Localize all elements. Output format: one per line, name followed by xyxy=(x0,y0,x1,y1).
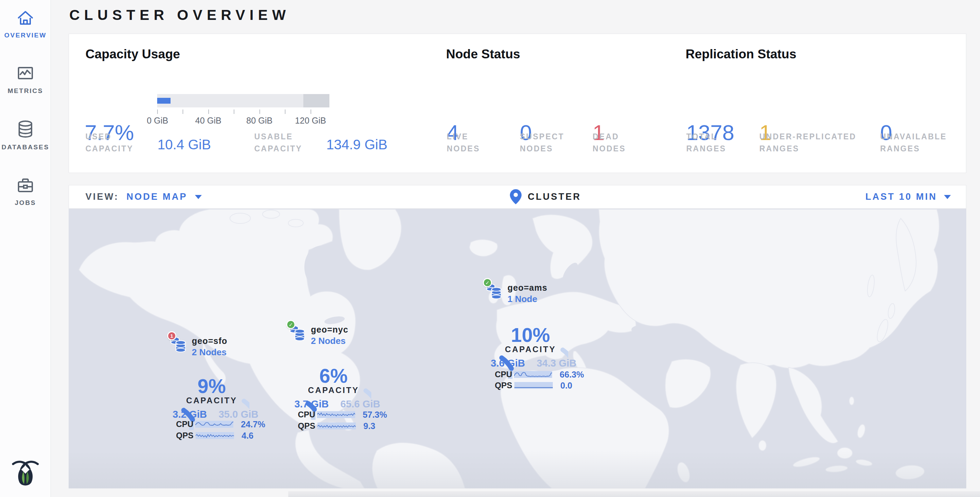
qps-stat-row: QPS 9.3 xyxy=(298,422,387,430)
qps-sparkline xyxy=(514,382,553,389)
node-map[interactable]: 1 geo=sfo 2 Nodes 9% CAPACITY 3.2 GiB xyxy=(68,209,966,488)
axis-tick-label: 0 GiB xyxy=(137,116,178,126)
suspect-nodes-label: SUSPECT NODES xyxy=(520,131,565,155)
axis-tick xyxy=(285,110,285,114)
capacity-percent: 6% xyxy=(296,366,371,386)
qps-stat-row: QPS 4.6 xyxy=(176,431,265,440)
sidebar-item-label: DATABASES xyxy=(0,143,51,151)
capacity-values: 3.7 GiB 65.6 GiB xyxy=(294,398,380,410)
unavailable-ranges-label: UNAVAILABLE RANGES xyxy=(880,131,947,155)
cpu-sparkline xyxy=(195,421,233,428)
qps-sparkline xyxy=(196,432,234,439)
locality-name: geo=ams xyxy=(508,283,547,293)
dead-node-badge: 1 xyxy=(167,331,177,341)
page-title: CLUSTER OVERVIEW xyxy=(69,7,290,23)
node-status-title: Node Status xyxy=(446,47,520,61)
sidebar-item-databases[interactable]: DATABASES xyxy=(0,119,51,151)
axis-tick xyxy=(234,110,234,114)
home-icon xyxy=(16,9,35,27)
chevron-down-icon[interactable] xyxy=(195,195,202,199)
view-mode-dropdown[interactable]: NODE MAP xyxy=(127,191,188,202)
qps-sparkline xyxy=(317,422,356,429)
sidebar-item-overview[interactable]: OVERVIEW xyxy=(0,9,51,39)
locality-node-count[interactable]: 1 Node xyxy=(508,294,537,304)
sidebar-item-jobs[interactable]: JOBS xyxy=(0,177,51,207)
cpu-stat-row: CPU 57.3% xyxy=(298,410,387,419)
time-range-dropdown[interactable]: LAST 10 MIN xyxy=(865,191,951,202)
live-nodes-label: LIVE NODES xyxy=(447,131,480,155)
cpu-stat-row: CPU 24.7% xyxy=(176,420,265,429)
sidebar-item-metrics[interactable]: METRICS xyxy=(0,65,51,95)
used-capacity-label: USED CAPACITY xyxy=(86,131,134,155)
qps-stat-row: QPS 0.0 xyxy=(495,381,584,390)
axis-tick xyxy=(208,110,209,114)
sidebar: OVERVIEW METRICS DATABASES xyxy=(0,0,51,497)
capacity-percent: 10% xyxy=(493,325,568,345)
databases-icon xyxy=(16,119,35,139)
breadcrumb-cluster: CLUSTER xyxy=(528,191,581,202)
total-ranges-label: TOTAL RANGES xyxy=(686,131,726,155)
view-bar: VIEW: NODE MAP CLUSTER LAST 10 MIN xyxy=(68,185,966,209)
cockroachdb-logo xyxy=(8,459,43,488)
cpu-stat-row: CPU 66.3% xyxy=(495,370,584,379)
dead-nodes-label: DEAD NODES xyxy=(593,131,626,155)
axis-tick-label: 120 GiB xyxy=(290,116,331,126)
axis-tick-label: 80 GiB xyxy=(239,116,280,126)
location-pin-icon xyxy=(510,189,522,205)
cluster-summary-card: Capacity Usage 7.7% 0 GiB 40 GiB 80 GiB … xyxy=(68,33,966,173)
chevron-down-icon xyxy=(944,195,951,199)
capacity-bar xyxy=(157,94,329,107)
capacity-bar-used-segment xyxy=(157,98,170,104)
view-label: VIEW: xyxy=(86,191,119,202)
sidebar-item-label: JOBS xyxy=(0,199,51,207)
cluster-overview-page: OVERVIEW METRICS DATABASES xyxy=(0,0,980,497)
axis-tick xyxy=(310,110,311,114)
axis-tick xyxy=(157,110,158,114)
axis-tick xyxy=(259,110,260,114)
live-check-badge: ✓ xyxy=(286,320,296,329)
map-bottom-fade xyxy=(68,451,966,488)
live-check-badge: ✓ xyxy=(483,278,492,287)
sidebar-item-label: METRICS xyxy=(0,87,51,95)
axis-tick-label: 40 GiB xyxy=(188,116,229,126)
capacity-bar-reserved-segment xyxy=(303,94,329,107)
axis-tick xyxy=(183,110,183,114)
cpu-sparkline xyxy=(514,371,552,378)
jobs-icon xyxy=(16,177,35,194)
usable-capacity-label: USABLE CAPACITY xyxy=(254,131,302,155)
sidebar-item-label: OVERVIEW xyxy=(0,32,51,39)
usable-capacity-value: 134.9 GiB xyxy=(326,137,387,152)
capacity-label: CAPACITY xyxy=(296,385,371,395)
under-replicated-ranges-label: UNDER-REPLICATED RANGES xyxy=(759,131,856,155)
locality-name: geo=sfo xyxy=(192,336,228,346)
capacity-label: CAPACITY xyxy=(174,396,250,405)
locality-name: geo=nyc xyxy=(311,325,348,335)
cpu-sparkline xyxy=(317,411,355,418)
bottom-scroll-shadow xyxy=(288,491,980,497)
metrics-icon xyxy=(16,65,35,82)
capacity-usage-title: Capacity Usage xyxy=(86,47,180,61)
capacity-percent: 9% xyxy=(174,376,250,396)
capacity-values: 3.2 GiB 35.0 GiB xyxy=(173,409,258,420)
used-capacity-value: 10.4 GiB xyxy=(158,137,211,152)
capacity-label: CAPACITY xyxy=(493,345,568,354)
capacity-values: 3.6 GiB 34.3 GiB xyxy=(491,358,576,369)
replication-status-title: Replication Status xyxy=(686,47,796,61)
